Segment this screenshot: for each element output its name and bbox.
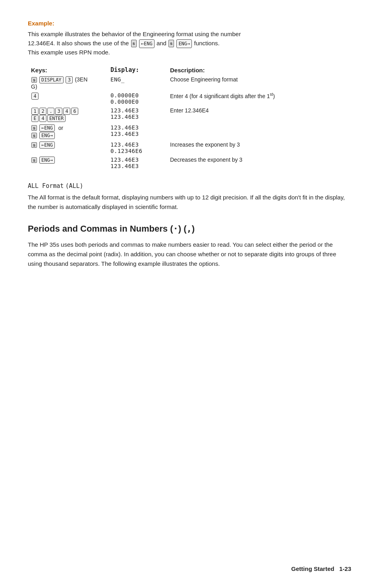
desc-cell: Choose Engineering format bbox=[167, 75, 351, 91]
section-heading-text3: ) bbox=[192, 224, 195, 234]
display-val-1: 123.46E3 bbox=[110, 157, 139, 163]
key-4: 4 bbox=[31, 93, 39, 100]
eng-left-key-1: ←ENG bbox=[139, 39, 155, 48]
table-row: s ENG→ 123.46E3 123.46E3 Decreases the e… bbox=[28, 155, 351, 170]
desc-text: Choose Engineering format bbox=[170, 76, 238, 83]
key-g-label: G) bbox=[31, 83, 37, 90]
table-row: 12.346 E4ENTER 123.46E3 123.46E3 Enter 1… bbox=[28, 106, 351, 123]
section-heading-text2: ) ( bbox=[178, 224, 187, 234]
keys-cell: s ←ENG or s ENG→ bbox=[28, 123, 107, 140]
comma-symbol: , bbox=[187, 224, 192, 234]
desc-text: Enter 4 (for 4 significant digits after … bbox=[170, 93, 275, 99]
section-heading: Periods and Commas in Numbers (·) (,) bbox=[28, 224, 351, 234]
all-format-label: ALL Format (ALL) bbox=[28, 182, 351, 190]
shift-key: s bbox=[31, 77, 37, 83]
key-4c: 4 bbox=[39, 115, 46, 122]
intro-line2-start: 12.346E4. It also shows the use of the bbox=[28, 40, 129, 46]
desc-cell: Decreases the exponent by 3 bbox=[167, 155, 351, 170]
all-format-title: ALL Format bbox=[28, 182, 64, 190]
desc-cell: Enter 4 (for 4 significant digits after … bbox=[167, 91, 351, 106]
eng-right-key: ENG→ bbox=[39, 132, 55, 139]
display-val-1: 0.0000E0 bbox=[110, 92, 139, 99]
display-cell: ENG_ bbox=[107, 75, 167, 91]
display-cell: 123.46E3 123.46E3 bbox=[107, 123, 167, 140]
display-key: DISPLAY bbox=[39, 76, 64, 83]
table-row: s ←ENG or s ENG→ 123.46E3 123.46E3 bbox=[28, 123, 351, 140]
display-val-1: 123.46E3 bbox=[110, 107, 139, 114]
intro-line3: This example uses RPN mode. bbox=[28, 49, 110, 56]
footer-page: 1-23 bbox=[339, 565, 351, 572]
keys-cell: s DISPLAY 3 (3EN G) bbox=[28, 75, 107, 91]
display-val-2: 0.12346E6 bbox=[110, 148, 142, 154]
desc-text: Decreases the exponent by 3 bbox=[170, 157, 242, 163]
keys-cell: s ←ENG bbox=[28, 140, 107, 155]
display-val-1: 123.46E3 bbox=[110, 141, 139, 148]
eng-right-key-2: ENG→ bbox=[39, 157, 55, 164]
shift-key-1: s bbox=[131, 40, 137, 47]
or-text: or bbox=[58, 125, 63, 131]
desc-cell: Enter 12.346E4 bbox=[167, 106, 351, 123]
all-format-text: The All format is the default format, di… bbox=[28, 193, 351, 212]
desc-text: Increases the exponent by 3 bbox=[170, 141, 240, 148]
keys-cell: 12.346 E4ENTER bbox=[28, 106, 107, 123]
display-val-2: 123.46E3 bbox=[110, 163, 139, 169]
display-val-2: 0.0000E0 bbox=[110, 99, 139, 105]
desc-text: Enter 12.346E4 bbox=[170, 107, 209, 114]
display-cell: 123.46E3 123.46E3 bbox=[107, 155, 167, 170]
table-row: s ←ENG 123.46E3 0.12346E6 Increases the … bbox=[28, 140, 351, 155]
shift-key-b: s bbox=[31, 133, 37, 138]
table-row: 4 0.0000E0 0.0000E0 Enter 4 (for 4 signi… bbox=[28, 91, 351, 106]
table-row: s DISPLAY 3 (3EN G) ENG_ Choose Engineer… bbox=[28, 75, 351, 91]
display-val-1: 123.46E3 bbox=[110, 124, 139, 131]
display-val: ENG_ bbox=[110, 76, 125, 83]
key-2: 2 bbox=[39, 108, 46, 115]
display-cell: 123.46E3 123.46E3 bbox=[107, 106, 167, 123]
shift-key: s bbox=[31, 142, 37, 148]
period-symbol: · bbox=[173, 224, 178, 234]
intro-text: This example illustrates the behavior of… bbox=[28, 30, 351, 57]
all-format-section: ALL Format (ALL) The All format is the d… bbox=[28, 182, 351, 212]
footer-getting-started: Getting Started bbox=[291, 565, 334, 572]
display-val-2: 123.46E3 bbox=[110, 114, 139, 120]
key-1: 1 bbox=[31, 108, 39, 115]
col-header-keys: Keys: bbox=[28, 65, 107, 75]
intro-line2-end: functions. bbox=[194, 40, 219, 46]
key-dot: . bbox=[47, 108, 54, 115]
key-4b: 4 bbox=[63, 108, 70, 115]
eng-right-key-1: ENG→ bbox=[176, 39, 192, 48]
footer: Getting Started 1-23 bbox=[291, 565, 351, 572]
display-cell: 123.46E3 0.12346E6 bbox=[107, 140, 167, 155]
key-3: 3 bbox=[66, 76, 73, 83]
desc-cell: Increases the exponent by 3 bbox=[167, 140, 351, 155]
section-text: The HP 35s uses both periods and commas … bbox=[28, 240, 351, 269]
key-e: E bbox=[31, 115, 39, 122]
keys-cell: s ENG→ bbox=[28, 155, 107, 170]
shift-key-2: s bbox=[168, 40, 174, 47]
section-heading-text: Periods and Commas in Numbers ( bbox=[28, 224, 173, 234]
eng-left-key: ←ENG bbox=[39, 124, 55, 132]
shift-key: s bbox=[31, 157, 37, 163]
all-format-code: (ALL) bbox=[65, 182, 83, 190]
eng-left-key-2: ←ENG bbox=[39, 141, 55, 149]
desc-cell bbox=[167, 123, 351, 140]
keys-cell: 4 bbox=[28, 91, 107, 106]
shift-key: s bbox=[31, 125, 37, 131]
example-label: Example: bbox=[28, 20, 351, 27]
display-val-2: 123.46E3 bbox=[110, 131, 139, 137]
example-table: Keys: Display: Description: s DISPLAY 3 … bbox=[28, 65, 351, 170]
key-label: (3EN bbox=[75, 76, 87, 83]
col-header-display: Display: bbox=[107, 65, 167, 75]
key-enter: ENTER bbox=[47, 115, 66, 122]
display-cell: 0.0000E0 0.0000E0 bbox=[107, 91, 167, 106]
and-word: and bbox=[157, 40, 168, 46]
page-content: Example: This example illustrates the be… bbox=[28, 20, 351, 269]
col-header-description: Description: bbox=[167, 65, 351, 75]
key-6: 6 bbox=[71, 108, 78, 115]
intro-line1: This example illustrates the behavior of… bbox=[28, 31, 241, 37]
key-3b: 3 bbox=[55, 108, 62, 115]
